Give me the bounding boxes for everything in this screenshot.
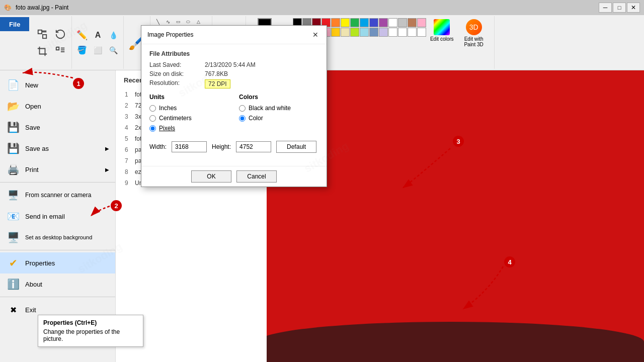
rotate-icon[interactable]: [52, 26, 68, 42]
width-input[interactable]: [172, 141, 207, 152]
palette-cell[interactable]: [398, 28, 407, 37]
new-icon: 📄: [6, 78, 20, 92]
file-attributes-title: File Attributes: [149, 50, 318, 57]
palette-cell[interactable]: [379, 28, 388, 37]
width-label: Width:: [149, 143, 167, 150]
centimeters-label: Centimeters: [159, 115, 192, 122]
desktop-icon: 🖥️: [6, 230, 20, 244]
palette-cell[interactable]: [408, 18, 417, 27]
edit-colors-button[interactable]: Edit colors: [429, 18, 455, 43]
size-disk-row: Size on disk: 767.8KB: [149, 70, 318, 77]
ok-button[interactable]: OK: [191, 170, 231, 183]
bw-radio-label[interactable]: Black and white: [239, 105, 318, 112]
file-attributes-section: File Attributes Last Saved: 2/13/2020 5:…: [149, 50, 318, 88]
palette-cell[interactable]: [331, 18, 340, 27]
default-button[interactable]: Default: [276, 141, 316, 153]
palette-cell[interactable]: [369, 18, 378, 27]
palette-cell[interactable]: [388, 28, 397, 37]
recent-num: 8: [125, 168, 132, 175]
text-icon[interactable]: A: [91, 28, 105, 42]
recent-num: 6: [125, 146, 132, 153]
color-radio[interactable]: [239, 115, 246, 122]
recent-num: 5: [125, 135, 132, 142]
dialog-body: File Attributes Last Saved: 2/13/2020 5:…: [141, 44, 327, 159]
select-icon[interactable]: [52, 43, 68, 59]
units-colors-section: Units Inches Centimeters Pixels: [149, 94, 318, 135]
palette-cell[interactable]: [341, 18, 350, 27]
centimeters-radio[interactable]: [149, 115, 156, 122]
palette-cell[interactable]: [408, 28, 417, 37]
palette-cell[interactable]: [350, 18, 359, 27]
crop-icon[interactable]: [34, 43, 50, 59]
menu-item-about[interactable]: ℹ️ About: [0, 274, 115, 295]
palette-cell[interactable]: [417, 28, 426, 37]
email-icon: 📧: [6, 209, 20, 223]
color-radio-label[interactable]: Color: [239, 115, 318, 122]
menu-item-print[interactable]: 🖨️ Print ▶: [0, 159, 115, 180]
resolution-value: 72 DPI: [205, 79, 230, 88]
file-tab[interactable]: File: [0, 17, 29, 31]
badge-2: 2: [111, 200, 122, 211]
palette-cell[interactable]: [331, 28, 340, 37]
about-icon: ℹ️: [6, 277, 20, 291]
eyedropper-icon[interactable]: 💧: [106, 28, 120, 42]
print-arrow: ▶: [105, 167, 109, 172]
fill-icon[interactable]: 🪣: [75, 43, 89, 57]
dialog-buttons: OK Cancel: [141, 166, 327, 187]
menu-item-save-as[interactable]: 💾 Save as ▶: [0, 138, 115, 159]
palette-cell[interactable]: [388, 18, 397, 27]
image-properties-dialog[interactable]: Image Properties ✕ File Attributes Last …: [141, 25, 327, 187]
palette-cell[interactable]: [341, 28, 350, 37]
edit-colors-label: Edit colors: [430, 36, 454, 42]
minimize-button[interactable]: ─: [599, 3, 612, 13]
palette-cell[interactable]: [417, 18, 426, 27]
menu-item-email[interactable]: 📧 Send in email: [0, 206, 115, 227]
colors-group-title: Colors: [239, 94, 318, 101]
palette-cell[interactable]: [379, 18, 388, 27]
maximize-button[interactable]: □: [613, 3, 626, 13]
menu-item-desktop[interactable]: 🖥️ Set as desktop background: [0, 227, 115, 248]
svg-rect-0: [38, 30, 42, 33]
close-button[interactable]: ✕: [627, 3, 640, 13]
dialog-close-button[interactable]: ✕: [310, 30, 320, 40]
bw-radio[interactable]: [239, 105, 246, 112]
edit-paint3d-button[interactable]: 3D Edit with Paint 3D: [458, 18, 490, 48]
menu-item-save[interactable]: 💾 Save: [0, 117, 115, 138]
menu-item-open[interactable]: 📂 Open: [0, 96, 115, 117]
badge-3: 3: [453, 136, 464, 147]
save-icon: 💾: [6, 120, 20, 134]
last-saved-value: 2/13/2020 5:44 AM: [205, 61, 256, 68]
height-input[interactable]: [236, 141, 271, 152]
resize-icon[interactable]: [34, 26, 50, 42]
pixels-radio-label[interactable]: Pixels: [149, 125, 229, 132]
inches-radio-label[interactable]: Inches: [149, 105, 229, 112]
edit-paint3d-label: Edit with Paint 3D: [459, 36, 489, 47]
magnify-icon[interactable]: 🔍: [106, 43, 120, 57]
exit-icon: ✖: [6, 303, 20, 317]
menu-item-scanner[interactable]: 🖥️ From scanner or camera: [0, 185, 115, 206]
menu-item-properties[interactable]: ✔ Properties: [0, 252, 115, 274]
pixels-radio[interactable]: [149, 125, 156, 132]
print-icon: 🖨️: [6, 162, 20, 176]
dialog-title-text: Image Properties: [147, 31, 193, 38]
palette-cell[interactable]: [398, 18, 407, 27]
save-as-arrow: ▶: [105, 146, 109, 151]
eraser-icon[interactable]: ⬜: [91, 43, 105, 57]
properties-tooltip: Properties (Ctrl+E) Change the propertie…: [38, 315, 143, 347]
palette-cell[interactable]: [369, 28, 378, 37]
cancel-button[interactable]: Cancel: [236, 170, 277, 183]
palette-cell[interactable]: [360, 28, 369, 37]
palette-cell[interactable]: [350, 28, 359, 37]
dialog-title-bar: Image Properties ✕: [141, 26, 327, 44]
inches-radio[interactable]: [149, 105, 156, 112]
recent-num: 1: [125, 91, 132, 98]
title-bar: 🎨 foto awal.jpg - Paint ─ □ ✕: [0, 0, 644, 15]
palette-cell[interactable]: [360, 18, 369, 27]
units-group: Units Inches Centimeters Pixels: [149, 94, 229, 135]
menu-item-new[interactable]: 📄 New: [0, 74, 115, 96]
recent-num: 9: [125, 179, 132, 187]
recent-num: 4: [125, 124, 132, 131]
last-saved-row: Last Saved: 2/13/2020 5:44 AM: [149, 61, 318, 68]
pencil-icon[interactable]: ✏️: [75, 28, 89, 42]
centimeters-radio-label[interactable]: Centimeters: [149, 115, 229, 122]
